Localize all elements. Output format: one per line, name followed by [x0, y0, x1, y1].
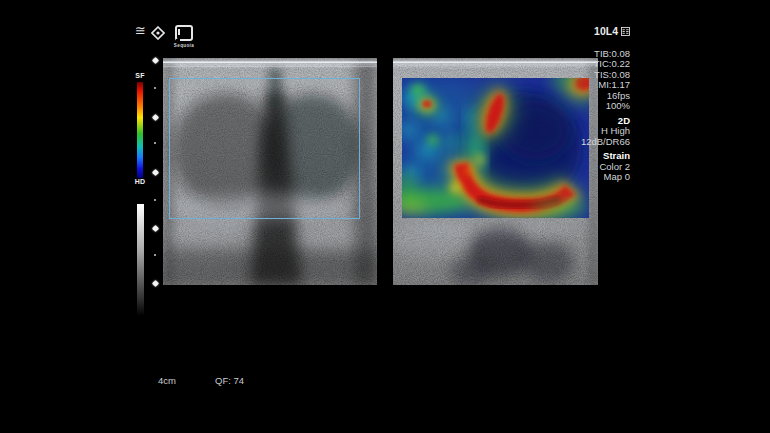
strain-color-scale — [137, 82, 143, 178]
power-value: 100% — [581, 101, 630, 112]
grayscale-bar — [137, 204, 144, 316]
strain-scale-soft-label: SF — [132, 72, 148, 79]
status-column: 10L4 TIB:0.08 TIC:0.22 TIS:0.08 MI:1.17 … — [581, 26, 630, 183]
depth-tick-minor — [154, 199, 156, 201]
roi-box[interactable] — [169, 78, 360, 219]
gain-value: H High — [581, 126, 630, 137]
probe-row: 10L4 — [581, 26, 630, 37]
brand-name: Sequoia — [172, 43, 196, 48]
depth-tick-minor — [154, 142, 156, 144]
tic-value: TIC:0.22 — [581, 59, 630, 70]
approx-equal-icon: ≅ — [135, 24, 146, 37]
db-dr-value: 12dB/DR66 — [581, 137, 630, 148]
brand-logo: Sequoia — [172, 25, 196, 48]
crosshair-icon — [151, 26, 165, 40]
ultrasound-screen: ≅ Sequoia SF HD 10L4 — [0, 0, 770, 433]
quality-factor-label: QF: 74 — [215, 375, 244, 386]
transducer-icon — [621, 27, 630, 36]
depth-label: 4cm — [158, 375, 176, 386]
depth-tick-minor — [154, 87, 156, 89]
logo-mark-icon — [175, 25, 193, 41]
transducer-label: 10L4 — [594, 26, 618, 37]
ultrasound-scene — [0, 0, 770, 433]
strain-title: Strain — [581, 151, 630, 162]
depth-tick-minor — [154, 254, 156, 256]
mi-value: MI:1.17 — [581, 80, 630, 91]
strain-scale-hard-label: HD — [132, 178, 148, 185]
strain-map-value: Map 0 — [581, 172, 630, 183]
elastography-overlay — [390, 68, 603, 218]
